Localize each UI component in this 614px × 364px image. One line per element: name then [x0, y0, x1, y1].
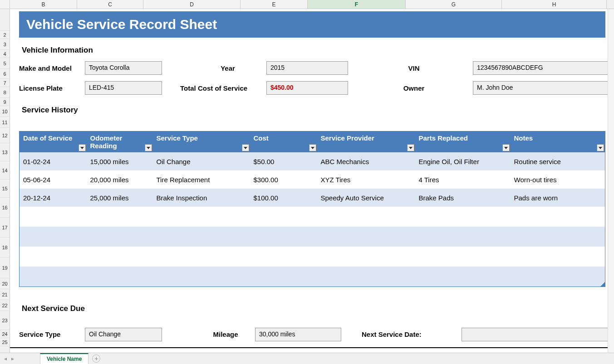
row-header-6[interactable]: 6 [0, 69, 10, 79]
row-header-7[interactable]: 7 [0, 79, 10, 87]
tab-nav-buttons[interactable]: ◄ ► [0, 356, 18, 361]
chevron-right-icon[interactable]: ► [10, 356, 15, 361]
row-header-13[interactable]: 13 [0, 143, 10, 161]
field-totalcost[interactable]: $450.00 [266, 81, 348, 95]
row-header-18[interactable]: 18 [0, 238, 10, 257]
row-header-3[interactable]: 3 [0, 39, 10, 50]
col-header-D[interactable]: D [143, 0, 241, 9]
filter-icon[interactable] [79, 144, 86, 151]
field-vin[interactable]: 1234567890ABCDEFG [473, 61, 608, 75]
label-next-type: Service Type [19, 330, 85, 338]
field-plate[interactable]: LED-415 [85, 81, 162, 95]
col-header-H[interactable]: H [502, 0, 607, 9]
field-make[interactable]: Toyota Corolla [85, 61, 162, 75]
filter-icon[interactable] [502, 144, 510, 151]
add-sheet-button[interactable]: + [92, 354, 100, 363]
label-next-date: Next Service Date: [362, 330, 443, 338]
th-notes[interactable]: Notes [511, 131, 605, 153]
sheet-tab[interactable]: Vehicle Name [40, 353, 88, 364]
th-parts[interactable]: Parts Replaced [415, 131, 511, 153]
row-header-25[interactable]: 25 [0, 338, 10, 346]
chevron-left-icon[interactable]: ◄ [3, 356, 8, 361]
label-totalcost: Total Cost of Service [180, 84, 266, 92]
label-plate: License Plate [19, 84, 85, 92]
sheet-area[interactable]: Vehicle Service Record Sheet Vehicle Inf… [10, 9, 608, 353]
label-mileage: Mileage [196, 330, 255, 338]
table-row[interactable] [20, 207, 605, 227]
label-vin: VIN [375, 64, 452, 72]
sheet-tab-bar: ◄ ► Vehicle Name + [0, 353, 614, 364]
table-row[interactable] [20, 247, 605, 267]
table-row[interactable] [20, 267, 605, 286]
vertical-scrollbar[interactable] [608, 9, 614, 353]
th-type[interactable]: Service Type [153, 131, 250, 153]
col-header-rowcorner[interactable] [0, 0, 10, 9]
table-resize-handle[interactable] [600, 282, 605, 286]
section-next-service: Next Service Due [22, 304, 605, 313]
divider [10, 347, 608, 348]
label-owner: Owner [375, 84, 452, 92]
th-odo[interactable]: Odometer Reading [87, 131, 153, 153]
row-header-16[interactable]: 16 [0, 198, 10, 218]
row-header-23[interactable]: 23 [0, 311, 10, 330]
row-headers: 2 3 4 5 6 7 8 9 10 11 12 13 14 15 16 17 … [0, 9, 10, 353]
field-owner[interactable]: M. John Doe [473, 81, 608, 95]
label-make: Make and Model [19, 64, 85, 72]
filter-icon[interactable] [242, 144, 249, 151]
filter-icon[interactable] [407, 144, 414, 151]
row-header-2[interactable]: 2 [0, 31, 10, 39]
th-date[interactable]: Date of Service [20, 131, 87, 153]
col-header-F[interactable]: F [308, 0, 406, 9]
page-title: Vehicle Service Record Sheet [19, 11, 605, 38]
field-next-date[interactable] [462, 328, 608, 341]
section-vehicle-info: Vehicle Information [22, 46, 605, 55]
row-header-10[interactable]: 10 [0, 106, 10, 117]
table-row[interactable]: 01-02-2415,000 milesOil Change$50.00ABC … [20, 152, 605, 170]
field-mileage[interactable]: 30,000 miles [255, 328, 341, 341]
row-header-5[interactable]: 5 [0, 58, 10, 69]
table-row[interactable]: 20-12-2425,000 milesBrake Inspection$100… [20, 189, 605, 207]
row-header-8[interactable]: 8 [0, 87, 10, 98]
filter-icon[interactable] [145, 144, 152, 151]
table-row[interactable]: 05-06-2420,000 milesTire Replacement$300… [20, 170, 605, 189]
col-header-G[interactable]: G [406, 0, 502, 9]
column-headers: B C D E F G H [0, 0, 614, 9]
row-header-24[interactable]: 24 [0, 330, 10, 338]
section-service-history: Service History [22, 106, 605, 115]
th-cost[interactable]: Cost [250, 131, 317, 153]
col-header-E[interactable]: E [241, 0, 308, 9]
row-header-22[interactable]: 22 [0, 300, 10, 311]
th-provider[interactable]: Service Provider [317, 131, 415, 153]
row-header-4[interactable]: 4 [0, 50, 10, 58]
field-next-type[interactable]: Oil Change [85, 328, 162, 341]
row-header-21[interactable]: 21 [0, 289, 10, 300]
table-row[interactable] [20, 227, 605, 247]
row-header-17[interactable]: 17 [0, 218, 10, 238]
row-header-9[interactable]: 9 [0, 98, 10, 106]
col-header-C[interactable]: C [77, 0, 143, 9]
row-header-14[interactable]: 14 [0, 161, 10, 180]
label-year: Year [189, 64, 266, 72]
row-header-20[interactable]: 20 [0, 278, 10, 289]
row-header-1[interactable] [0, 9, 10, 31]
filter-icon[interactable] [597, 144, 604, 151]
filter-icon[interactable] [309, 144, 316, 151]
row-header-12[interactable]: 12 [0, 128, 10, 143]
row-header-19[interactable]: 19 [0, 257, 10, 278]
service-history-table: Date of Service Odometer Reading Service… [19, 131, 605, 287]
col-header-B[interactable]: B [10, 0, 77, 9]
field-year[interactable]: 2015 [266, 61, 348, 75]
row-header-15[interactable]: 15 [0, 180, 10, 198]
row-header-11[interactable]: 11 [0, 117, 10, 128]
